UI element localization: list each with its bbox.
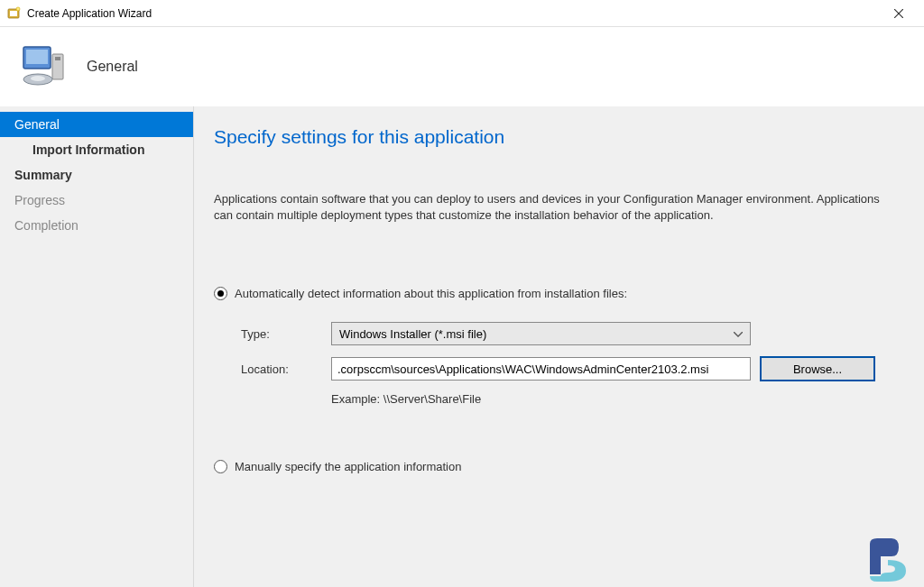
svg-rect-8 bbox=[55, 57, 60, 60]
watermark-logo bbox=[861, 535, 920, 583]
browse-button[interactable]: Browse... bbox=[760, 356, 875, 381]
wizard-app-icon bbox=[7, 6, 22, 21]
browse-label: Browse... bbox=[793, 362, 842, 376]
type-label: Type: bbox=[241, 327, 331, 341]
sidebar-item-label: Completion bbox=[14, 218, 79, 233]
titlebar: Create Application Wizard bbox=[0, 0, 924, 27]
sidebar-item-import-information[interactable]: Import Information bbox=[0, 137, 193, 162]
auto-detect-form: Type: Windows Installer (*.msi file) Loc… bbox=[241, 322, 899, 406]
content-pane: Specify settings for this application Ap… bbox=[194, 106, 924, 587]
header-label: General bbox=[87, 59, 138, 75]
sidebar-item-label: Import Information bbox=[32, 142, 144, 157]
sidebar-item-label: Progress bbox=[14, 193, 65, 207]
radio-manual[interactable]: Manually specify the application informa… bbox=[214, 460, 899, 473]
page-heading: Specify settings for this application bbox=[214, 126, 899, 148]
chevron-down-icon bbox=[734, 328, 743, 339]
type-dropdown[interactable]: Windows Installer (*.msi file) bbox=[331, 322, 751, 345]
sidebar-item-label: General bbox=[14, 117, 60, 132]
close-icon bbox=[894, 9, 903, 18]
close-button[interactable] bbox=[881, 1, 917, 26]
computer-icon bbox=[18, 41, 69, 92]
example-text: Example: \\Server\Share\File bbox=[331, 392, 751, 406]
svg-rect-6 bbox=[26, 50, 48, 64]
location-label: Location: bbox=[241, 362, 331, 376]
location-input[interactable]: .corpsccm\sources\Applications\WAC\Windo… bbox=[331, 357, 751, 381]
radio-icon bbox=[214, 287, 227, 300]
radio-auto-detect[interactable]: Automatically detect information about t… bbox=[214, 287, 899, 300]
sidebar-item-label: Summary bbox=[14, 168, 72, 182]
description-text: Applications contain software that you c… bbox=[214, 191, 882, 224]
body-area: General Import Information Summary Progr… bbox=[0, 106, 924, 587]
sidebar-item-completion[interactable]: Completion bbox=[0, 213, 193, 238]
sidebar-item-progress[interactable]: Progress bbox=[0, 188, 193, 213]
wizard-sidebar: General Import Information Summary Progr… bbox=[0, 106, 194, 587]
svg-point-2 bbox=[16, 7, 20, 11]
type-value: Windows Installer (*.msi file) bbox=[339, 327, 486, 341]
svg-point-10 bbox=[31, 76, 45, 81]
location-value: .corpsccm\sources\Applications\WAC\Windo… bbox=[337, 362, 708, 376]
radio-manual-label: Manually specify the application informa… bbox=[235, 460, 461, 473]
sidebar-item-summary[interactable]: Summary bbox=[0, 162, 193, 188]
window-title: Create Application Wizard bbox=[27, 7, 152, 20]
svg-rect-1 bbox=[10, 11, 17, 16]
header-band: General bbox=[0, 27, 924, 106]
sidebar-item-general[interactable]: General bbox=[0, 112, 193, 137]
radio-auto-label: Automatically detect information about t… bbox=[235, 287, 627, 300]
radio-icon bbox=[214, 460, 227, 473]
